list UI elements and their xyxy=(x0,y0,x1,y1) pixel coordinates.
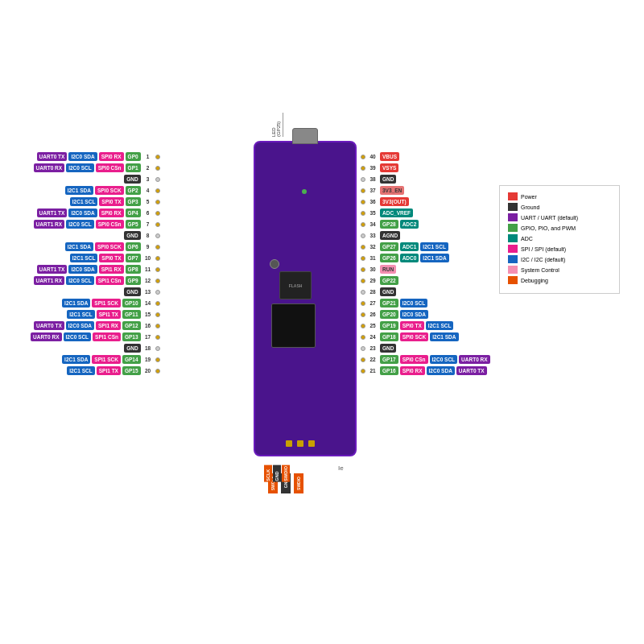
legend-item-uart: UART / UART (default) xyxy=(508,213,611,221)
pin-row: UART0 RX I2C0 SCL SPI0 CSn GP1 2 xyxy=(31,163,160,173)
legend-item-adc: ADC xyxy=(508,234,611,242)
pin-row: UART1 RX I2C0 SCL SPI1 CSn GP9 12 xyxy=(31,275,160,286)
legend-label: Ground xyxy=(521,204,539,210)
pin-row: I2C1 SDA SPI1 SCK GP14 19 xyxy=(31,354,160,365)
pin-row: 33 AGND xyxy=(361,230,490,241)
pin-row: UART0 TX I2C0 SDA SPI1 RX GP12 16 xyxy=(31,320,160,331)
legend-item-power: Power xyxy=(508,192,611,200)
pin-row: 25 GP19 SPI0 TX I2C1 SCL xyxy=(361,320,490,331)
pin-row: 34 GP28 ADC2 xyxy=(361,219,490,229)
right-pins: 40 VBUS 39 VSYS 38 GND 37 3V3_EN xyxy=(361,151,490,376)
pin-row: 39 VSYS xyxy=(361,163,490,173)
pin-row: GND 18 xyxy=(31,343,160,353)
legend-item-debug: Debugging xyxy=(508,276,611,284)
pin-row: 27 GP21 I2C0 SCL xyxy=(361,298,490,308)
pin-row: 31 GP26 ADC0 I2C1 SDA xyxy=(361,253,490,263)
pin-row: 32 GP27 ADC1 I2C1 SCL xyxy=(361,242,490,252)
board-center-label-sclk-gnd-swd: SCLK GND SWDIO xyxy=(264,465,290,482)
pin-row: I2C1 SCL SPI0 TX GP7 10 xyxy=(31,253,160,263)
legend-label: Power xyxy=(521,194,537,200)
diagram-area: FLASH LED (GP25) UART0 TX I xyxy=(16,24,628,620)
pin-row: 21 GP16 SPI0 RX I2C0 SDA UART0 TX xyxy=(361,365,490,376)
legend-label: UART / UART (default) xyxy=(521,215,578,221)
pin-row: 40 VBUS xyxy=(361,151,490,162)
left-pins: UART0 TX I2C0 SDA SPI0 RX GP0 1 UART0 RX… xyxy=(31,151,160,376)
legend-item-spi: SPI / SPI (default) xyxy=(508,245,611,253)
pin-row: 29 GP22 xyxy=(361,275,490,286)
pin-row: UART1 RX I2C0 SCL SPI0 CSn GP5 7 xyxy=(31,219,160,229)
legend-item-i2c: I2C / I2C (default) xyxy=(508,255,611,263)
pin-row: 26 GP20 I2C0 SDA xyxy=(361,309,490,320)
pin-row: I2C1 SCL SPI1 TX GP15 20 xyxy=(31,365,160,376)
led-label: LED (GP25) xyxy=(271,113,283,137)
pin-row: I2C1 SDA SPI0 SCK GP2 4 xyxy=(31,185,160,196)
pin-row: UART0 RX I2C0 SCL SPI1 CSn GP13 17 xyxy=(31,332,160,342)
legend-item-gpio: GPIO, PIO, and PWM xyxy=(508,224,611,232)
legend: Power Ground UART / UART (default) GPIO,… xyxy=(499,185,620,294)
main-container: FLASH LED (GP25) UART0 TX I xyxy=(0,0,644,644)
legend-item-sysctrl: System Control xyxy=(508,266,611,274)
pin-row: 35 ADC_VREF xyxy=(361,208,490,218)
pin-row: 28 GND xyxy=(361,287,490,297)
legend-label: SPI / SPI (default) xyxy=(521,246,566,252)
legend-label: System Control xyxy=(521,267,559,273)
pin-row: 37 3V3_EN xyxy=(361,185,490,196)
pin-row: GND 3 xyxy=(31,174,160,184)
pin-row: GND 8 xyxy=(31,230,160,241)
ie-text: Ie xyxy=(338,464,344,472)
pin-row: I2C1 SDA SPI1 SCK GP10 14 xyxy=(31,298,160,308)
pin-row: I2C1 SDA SPI0 SCK GP6 9 xyxy=(31,242,160,252)
pin-row: 22 GP17 SPI0 CSn I2C0 SCL UART0 RX xyxy=(361,354,490,365)
pin-row: I2C1 SCL SPI1 TX GP11 15 xyxy=(31,309,160,320)
pin-row: UART0 TX I2C0 SDA SPI0 RX GP0 1 xyxy=(31,151,160,162)
board: FLASH xyxy=(254,141,357,456)
pin-row: GND 13 xyxy=(31,287,160,297)
pin-row: I2C1 SCL SPI0 TX GP3 5 xyxy=(31,196,160,207)
legend-label: Debugging xyxy=(521,278,548,283)
legend-label: I2C / I2C (default) xyxy=(521,257,565,262)
legend-label: GPIO, PIO, and PWM xyxy=(521,225,576,231)
pin-row: 24 GP18 SPI0 SCK I2C1 SDA xyxy=(361,332,490,342)
pin-row: 38 GND xyxy=(361,174,490,184)
pin-row: 23 GND xyxy=(361,343,490,353)
pin-row: UART1 TX I2C0 SDA SPI1 RX GP8 11 xyxy=(31,264,160,275)
pin-row: UART1 TX I2C0 SDA SPI0 RX GP4 6 xyxy=(31,208,160,218)
legend-item-ground: Ground xyxy=(508,203,611,211)
pin-row: 30 RUN xyxy=(361,264,490,275)
pin-row: 36 3V3(OUT) xyxy=(361,196,490,207)
legend-label: ADC xyxy=(521,236,533,242)
